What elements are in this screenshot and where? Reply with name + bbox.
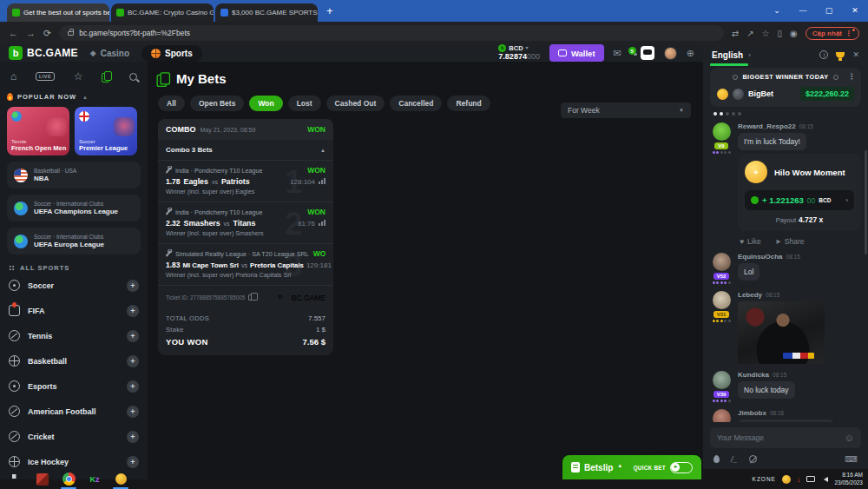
expand-plus-icon[interactable]: +	[127, 431, 139, 443]
my-bets-icon[interactable]	[102, 71, 110, 82]
share-button[interactable]: ➤Share	[775, 237, 805, 246]
tab-open-bets[interactable]: Open Bets	[190, 96, 245, 111]
avatar[interactable]	[713, 291, 731, 309]
start-button[interactable]	[5, 469, 28, 489]
chat-rules-icon[interactable]	[749, 455, 757, 463]
favorites-star-icon[interactable]: ☆	[74, 70, 83, 83]
mail-icon[interactable]: ✉	[614, 48, 621, 59]
new-tab-button[interactable]: +	[326, 4, 333, 17]
wallet-button[interactable]: Wallet	[549, 44, 604, 62]
sidebar-item-nba[interactable]: Basketball · USA NBA	[7, 162, 141, 188]
away-team[interactable]: Pretoria Capitals	[250, 261, 304, 269]
expand-plus-icon[interactable]: +	[127, 330, 139, 342]
taskbar-clock[interactable]: 8:16 AM 23/05/2023	[834, 472, 863, 486]
taskbar-chrome[interactable]	[57, 469, 80, 489]
browser-tab-1[interactable]: Get the best out of sports bettin ✕	[7, 3, 109, 22]
hilo-win-card[interactable]: Hilo Wow Moment + 1.221263 00 BCD › Payo…	[738, 154, 861, 231]
leg-league[interactable]: Simulated Reality League · SA T20 League…	[175, 250, 309, 258]
menu-kebab-icon[interactable]: ⋮	[845, 30, 852, 37]
home-team[interactable]: Smashers	[184, 219, 220, 228]
win-amount-row[interactable]: + 1.221263 00 BCD ›	[745, 190, 854, 210]
trophy-icon[interactable]	[836, 52, 845, 58]
browser-tab-2[interactable]: BC.GAME: Crypto Casino Games ✕	[111, 3, 214, 22]
tab-all[interactable]: All	[158, 96, 185, 111]
popular-card-french-open[interactable]: Tennis French Open Men	[7, 107, 69, 155]
username[interactable]: Reward_Respo22	[738, 122, 796, 130]
emoji-icon[interactable]: ☺	[845, 433, 854, 443]
live-icon[interactable]: LIVE	[36, 72, 55, 81]
avatar[interactable]	[713, 253, 731, 271]
sidepanel-icon[interactable]: ▯	[778, 29, 783, 38]
update-browser-button[interactable]: Cập nhật ⋮	[806, 27, 859, 40]
leg-league[interactable]: India · Pondicherry T10 League	[175, 208, 263, 216]
sidebar-item-tennis[interactable]: Tennis +	[7, 323, 141, 348]
share-icon[interactable]: ↗	[746, 29, 753, 38]
sidebar-item-fifa[interactable]: FIFA +	[7, 298, 141, 323]
expand-plus-icon[interactable]: +	[127, 280, 139, 292]
message-input[interactable]	[717, 433, 845, 442]
close-chat-icon[interactable]: ✕	[852, 50, 859, 59]
home-team[interactable]: MI Cape Town Srl	[183, 261, 239, 269]
slash-command-icon[interactable]: /_	[731, 455, 738, 464]
copy-icon[interactable]	[248, 294, 253, 301]
info-icon[interactable]: i	[819, 50, 828, 59]
expand-plus-icon[interactable]: +	[127, 380, 139, 393]
download-icon[interactable]: ↓	[797, 475, 801, 484]
kebab-menu-icon[interactable]: ⋮	[848, 72, 856, 81]
away-team[interactable]: Patriots	[221, 177, 250, 186]
reload-icon[interactable]: ⟳	[43, 28, 51, 39]
nav-dot-icon[interactable]	[733, 75, 738, 80]
bc-game-logo[interactable]: b BC.GAME	[9, 46, 78, 60]
chat-scrollbar[interactable]	[865, 150, 867, 254]
tab-won[interactable]: Won	[249, 96, 282, 111]
avatar[interactable]	[713, 409, 731, 422]
tab-cashed-out[interactable]: Cashed Out	[326, 96, 385, 111]
translate-icon[interactable]: ⇄	[732, 29, 739, 38]
betslip-bar[interactable]: Betslip ▲ QUICK BET	[562, 455, 701, 479]
back-icon[interactable]: ←	[9, 28, 18, 38]
tab-cancelled[interactable]: Cancelled	[390, 96, 442, 111]
stats-icon[interactable]	[319, 220, 326, 226]
minimize-button[interactable]: —	[790, 0, 816, 21]
quick-bet-toggle[interactable]	[670, 462, 693, 473]
away-team[interactable]: Titans	[233, 219, 256, 228]
expand-plus-icon[interactable]: +	[127, 305, 139, 317]
forward-icon[interactable]: →	[26, 28, 36, 38]
sidebar-item-american-football[interactable]: American Football +	[7, 399, 141, 424]
sidebar-item-basketball[interactable]: Basketball +	[7, 348, 141, 373]
sidebar-item-uel[interactable]: Soccer · International Clubs UEFA Europa…	[7, 228, 141, 254]
language-globe-icon[interactable]: ⊕	[687, 48, 694, 59]
nav-casino[interactable]: ◆ Casino	[90, 49, 129, 58]
nav-sports[interactable]: Sports	[141, 45, 202, 62]
stats-icon[interactable]	[319, 178, 326, 184]
profile-icon[interactable]: ◉	[790, 29, 798, 38]
chat-language-tab[interactable]: English	[712, 50, 743, 60]
taskbar-app-coin[interactable]	[109, 469, 132, 489]
keyboard-icon[interactable]: ⌨	[845, 454, 858, 464]
popular-card-premier-league[interactable]: Soccer Premier League	[75, 107, 137, 155]
close-button[interactable]: ✕	[842, 0, 868, 21]
sidebar-item-ucl[interactable]: Soccer · International Clubs UEFA Champi…	[7, 195, 141, 221]
home-team[interactable]: Eagles	[184, 177, 208, 186]
winner-avatar[interactable]	[733, 89, 744, 100]
balance-display[interactable]: b BCD ▾ 7.82874000	[498, 44, 540, 61]
taskbar-app-1[interactable]	[31, 469, 54, 489]
gif-image[interactable]	[738, 301, 825, 364]
tray-coin-icon[interactable]	[782, 475, 791, 484]
username[interactable]: EquinsuOcha	[738, 253, 783, 261]
browser-tab-3[interactable]: $3,000 BC.GAME SPORTS PARLA ✕	[215, 3, 318, 22]
avatar[interactable]	[713, 371, 731, 389]
like-button[interactable]: ♥Like	[740, 237, 761, 246]
tab-refund[interactable]: Refund	[447, 96, 490, 111]
sidebar-item-cricket[interactable]: Cricket +	[7, 424, 141, 449]
rain-icon[interactable]	[713, 455, 720, 463]
collapse-caret-icon[interactable]: ▲	[82, 95, 89, 100]
period-filter-select[interactable]: For Week ▼	[561, 102, 691, 118]
speaker-icon[interactable]	[821, 477, 828, 482]
window-chevron-icon[interactable]: ⌄	[764, 0, 790, 21]
taskbar-app-kz[interactable]: Kz	[83, 469, 106, 489]
winner-name[interactable]: BigBet	[748, 89, 773, 98]
user-avatar[interactable]	[664, 47, 677, 60]
username[interactable]: Jimbobx	[738, 409, 766, 417]
search-icon[interactable]	[129, 73, 137, 81]
